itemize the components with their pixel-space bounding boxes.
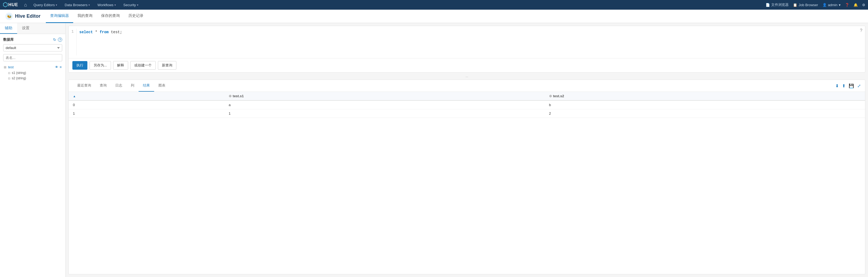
settings-button[interactable]: ⚙ (862, 3, 865, 7)
app-title: 🐝 Hive Editor (5, 12, 40, 20)
save-icon[interactable]: 💾 (849, 83, 854, 89)
app-logo: ⬡ HUE (3, 1, 18, 8)
subnav-history[interactable]: 历史记录 (124, 10, 148, 23)
subnav-query-editor[interactable]: 查询编辑器 (46, 10, 73, 23)
nav-query-editors[interactable]: Query Editors ▾ (30, 2, 60, 8)
col-s2[interactable]: ⊕ test.s2 (545, 92, 865, 100)
nav-items: Query Editors ▾ Data Browsers ▾ Workflow… (30, 2, 766, 8)
nav-workflows[interactable]: Workflows ▾ (94, 2, 119, 8)
home-button[interactable]: ⌂ (21, 1, 30, 9)
keyword-from: from (100, 30, 109, 34)
cell-id-1: 1 (69, 109, 224, 118)
cell-s1-0: a (224, 100, 545, 109)
file-icon: 📄 (766, 3, 770, 7)
line-number-1: 1 (69, 29, 74, 35)
help-icon: ❓ (845, 3, 849, 7)
results-tools: ⬇ ⬆ 💾 ⤢ (835, 83, 861, 89)
code-content[interactable]: select * from test; (79, 29, 122, 56)
col-s1[interactable]: ⊕ test.s1 (224, 92, 545, 100)
panel-divider[interactable]: ... (68, 73, 865, 79)
job-icon: 📋 (793, 3, 797, 7)
notifications-button[interactable]: 🔔 (854, 3, 858, 7)
user-icon: 👤 (823, 3, 827, 7)
db-section-header: 数据库 ↻ ? (3, 37, 62, 42)
table-icon: ⊞ (4, 65, 6, 69)
col-id: ▲ (69, 92, 224, 100)
data-table: ▲ ⊕ test.s1 ⊕ (69, 92, 865, 118)
line-numbers: 1 (69, 29, 77, 56)
upload-icon[interactable]: ⬆ (842, 83, 845, 89)
job-browser-button[interactable]: 📋 Job Browser (793, 3, 818, 7)
explain-button[interactable]: 解释 (113, 61, 128, 70)
query-panel: ? 1 select * from test; (68, 26, 865, 73)
refresh-icon[interactable]: ↻ (53, 37, 56, 42)
sidebar: 辅助 设置 数据库 ↻ ? default ⊞ test 👁 ≡ (0, 23, 66, 277)
subnav-saved-queries[interactable]: 保存的查询 (97, 10, 124, 23)
tab-results[interactable]: 结果 (138, 80, 154, 92)
top-nav: ⬡ HUE ⌂ Query Editors ▾ Data Browsers ▾ … (0, 0, 868, 10)
editor-area: ? 1 select * from test; (66, 23, 868, 277)
action-bar: 执行 另存为... 解释 或创建一个 新查询 (69, 58, 865, 72)
tab-log[interactable]: 日志 (111, 80, 127, 92)
tab-query[interactable]: 查询 (95, 80, 111, 92)
create-new-button[interactable]: 或创建一个 (130, 61, 156, 70)
main-layout: 辅助 设置 数据库 ↻ ? default ⊞ test 👁 ≡ (0, 23, 868, 277)
nav-data-browsers[interactable]: Data Browsers ▾ (61, 2, 93, 8)
bell-icon: 🔔 (854, 3, 858, 7)
tab-recent-queries[interactable]: 最近查询 (73, 80, 95, 92)
table-actions: 👁 ≡ (55, 65, 62, 69)
field-icon: ⊡ (8, 72, 10, 74)
chevron-down-icon: ▾ (137, 3, 138, 6)
db-section-icons: ↻ ? (53, 37, 62, 42)
list-table-icon[interactable]: ≡ (60, 65, 62, 69)
cell-s2-0: b (545, 100, 865, 109)
sidebar-tabs: 辅助 设置 (0, 23, 65, 34)
editor-help-icon[interactable]: ? (860, 28, 862, 33)
sidebar-tab-settings[interactable]: 设置 (17, 23, 34, 34)
results-table: ▲ ⊕ test.s1 ⊕ (69, 92, 865, 274)
gear-icon: ⚙ (862, 3, 865, 7)
cell-s1-1: 1 (224, 109, 545, 118)
db-help-icon[interactable]: ? (58, 37, 62, 42)
execute-button[interactable]: 执行 (72, 61, 87, 70)
admin-menu[interactable]: 👤 admin ▾ (823, 3, 841, 7)
view-table-icon[interactable]: 👁 (55, 65, 58, 69)
tab-columns[interactable]: 列 (127, 80, 138, 92)
download-icon[interactable]: ⬇ (835, 83, 839, 89)
field-s1: ⊡ s1 (string) (3, 70, 62, 75)
kw-star: * (95, 30, 97, 34)
table-row: 0 a b (69, 100, 865, 109)
cell-s2-1: 2 (545, 109, 865, 118)
db-section-title: 数据库 (3, 37, 14, 42)
code-line-1: select * from test; (79, 29, 122, 35)
sort-icon: ⊕ (229, 94, 231, 98)
hive-icon: 🐝 (5, 12, 13, 20)
field-s2: ⊡ s2 (string) (3, 75, 62, 81)
chevron-down-icon: ▾ (89, 3, 90, 6)
sidebar-tab-assist[interactable]: 辅助 (0, 23, 17, 34)
field-icon: ⊡ (8, 77, 10, 80)
code-editor[interactable]: 1 select * from test; (69, 26, 865, 58)
save-as-button[interactable]: 另存为... (90, 61, 111, 70)
sort-icon: ⊕ (549, 94, 552, 98)
expand-icon[interactable]: ⤢ (857, 83, 861, 89)
db-select[interactable]: default (3, 44, 62, 51)
subnav-my-queries[interactable]: 我的查询 (73, 10, 97, 23)
new-query-button[interactable]: 新查询 (158, 61, 176, 70)
chevron-down-icon: ▾ (56, 3, 57, 6)
results-tabs: 最近查询 查询 日志 列 结果 图表 (73, 80, 170, 92)
tab-chart[interactable]: 图表 (154, 80, 170, 92)
right-tools: 📄 文件浏览器 📋 Job Browser 👤 admin ▾ ❓ 🔔 ⚙ (766, 2, 865, 7)
table-row: 1 1 2 (69, 109, 865, 118)
help-button[interactable]: ❓ (845, 3, 849, 7)
table-search-input[interactable] (3, 54, 62, 61)
sort-icon: ▲ (73, 95, 76, 98)
table-name: test; (111, 30, 122, 34)
table-item-test[interactable]: ⊞ test 👁 ≡ (3, 64, 62, 70)
file-browser-button[interactable]: 📄 文件浏览器 (766, 2, 789, 7)
keyword-select: select (79, 30, 93, 34)
sidebar-content: 数据库 ↻ ? default ⊞ test 👁 ≡ ⊡ s1 (s (0, 34, 65, 277)
nav-security[interactable]: Security ▾ (120, 2, 142, 8)
cell-id-0: 0 (69, 100, 224, 109)
results-header: 最近查询 查询 日志 列 结果 图表 ⬇ ⬆ 💾 ⤢ (69, 80, 865, 92)
